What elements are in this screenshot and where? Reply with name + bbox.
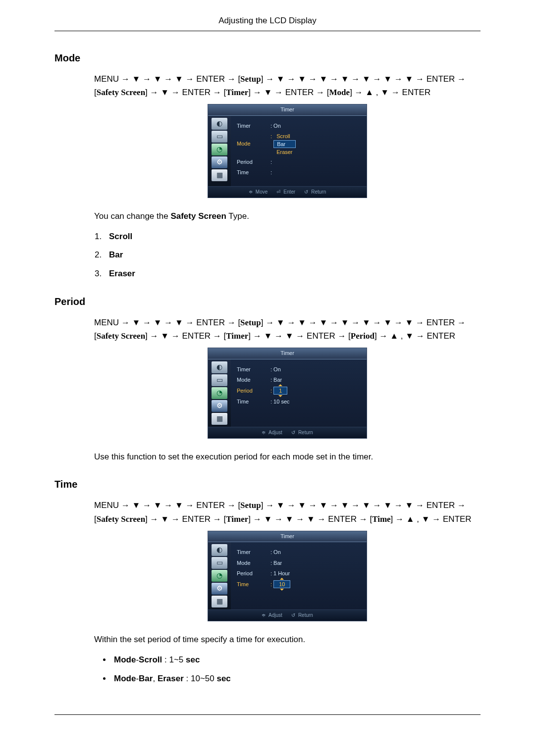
osd-footer-item[interactable]: ↺Return <box>304 189 326 196</box>
time-heading: Time <box>54 477 481 491</box>
mode-menu-path: MENU → ▼ → ▼ → ▼ → ENTER → [Setup] → ▼ →… <box>94 72 481 99</box>
osd-footer-item[interactable]: ↺Return <box>291 612 313 619</box>
time-menu-path: MENU → ▼ → ▼ → ▼ → ENTER → [Setup] → ▼ →… <box>94 499 481 525</box>
osd-tab-time-icon[interactable]: ◔ <box>212 144 227 155</box>
osd-title: Timer <box>208 104 367 115</box>
osd-tab-input-icon[interactable]: ▭ <box>212 374 227 386</box>
osd-tab-multi-icon[interactable]: ▦ <box>212 596 227 607</box>
time-bullets: Mode-Scroll : 1~5 sec Mode-Bar, Eraser :… <box>102 654 481 685</box>
osd-tab-setup-icon[interactable]: ⚙ <box>212 156 227 168</box>
osd-tab-setup-icon[interactable]: ⚙ <box>212 400 227 412</box>
osd-tab-picture-icon[interactable]: ◐ <box>212 361 227 373</box>
osd-footer-item[interactable]: ⏎Enter <box>276 189 295 196</box>
osd-row[interactable]: Timer: On <box>237 121 362 131</box>
osd-row[interactable]: Period: 1 Hour <box>237 568 362 579</box>
osd-row[interactable]: Period: 1 <box>237 385 362 396</box>
osd-tab-time-icon[interactable]: ◔ <box>212 387 227 399</box>
footer-line <box>54 714 481 715</box>
osd-row[interactable]: Timer: On <box>237 364 362 375</box>
osd-row[interactable]: Mode: ScrollBarEraser <box>237 131 362 157</box>
mode-desc: You can change the Safety Screen Type. <box>94 210 481 222</box>
time-bullet-scroll: Mode-Scroll : 1~5 sec <box>111 654 481 666</box>
osd-tab-multi-icon[interactable]: ▦ <box>212 169 227 181</box>
osd-footer-item[interactable]: ↺Return <box>291 429 313 436</box>
mode-options-list: Scroll Bar Eraser <box>94 231 481 280</box>
period-desc: Use this function to set the execution p… <box>94 451 481 463</box>
osd-tab-time-icon[interactable]: ◔ <box>212 570 227 582</box>
osd-tab-input-icon[interactable]: ▭ <box>212 557 227 569</box>
mode-option-eraser: Eraser <box>109 269 135 278</box>
osd-title: Timer <box>208 348 367 359</box>
osd-tab-picture-icon[interactable]: ◐ <box>212 544 227 556</box>
mode-option-scroll: Scroll <box>109 232 132 241</box>
osd-row[interactable]: Timer: On <box>237 547 362 557</box>
period-heading: Period <box>54 295 481 308</box>
mode-option-bar: Bar <box>109 250 123 259</box>
period-menu-path: MENU → ▼ → ▼ → ▼ → ENTER → [Setup] → ▼ →… <box>94 316 481 343</box>
mode-heading: Mode <box>54 51 481 65</box>
osd-row[interactable]: Time: <box>237 167 362 178</box>
osd-footer-item[interactable]: ≑Adjust <box>262 612 282 619</box>
osd-row[interactable]: Mode: Bar <box>237 375 362 385</box>
osd-tab-picture-icon[interactable]: ◐ <box>212 118 227 130</box>
time-bullet-bar-eraser: Mode-Bar, Eraser : 10~50 sec <box>111 673 481 685</box>
mode-osd: Timer◐▭◔⚙▦Timer: OnMode: ScrollBarEraser… <box>208 104 367 198</box>
page-header: Adjusting the LCD Display <box>54 15 481 31</box>
time-osd: Timer◐▭◔⚙▦Timer: OnMode: BarPeriod: 1 Ho… <box>208 531 367 621</box>
period-osd: Timer◐▭◔⚙▦Timer: OnMode: BarPeriod: 1Tim… <box>208 348 367 438</box>
osd-row[interactable]: Time: 10 sec <box>237 397 362 407</box>
osd-row[interactable]: Period: <box>237 157 362 167</box>
osd-footer-item[interactable]: ≑Adjust <box>262 429 282 436</box>
osd-row[interactable]: Mode: Bar <box>237 558 362 568</box>
osd-tab-multi-icon[interactable]: ▦ <box>212 413 227 425</box>
time-desc: Within the set period of time specify a … <box>94 634 481 646</box>
osd-row[interactable]: Time: 10 <box>237 579 362 590</box>
osd-footer-item[interactable]: ≑Move <box>249 189 268 196</box>
osd-title: Timer <box>208 531 367 542</box>
osd-tab-input-icon[interactable]: ▭ <box>212 131 227 143</box>
osd-tab-setup-icon[interactable]: ⚙ <box>212 583 227 595</box>
